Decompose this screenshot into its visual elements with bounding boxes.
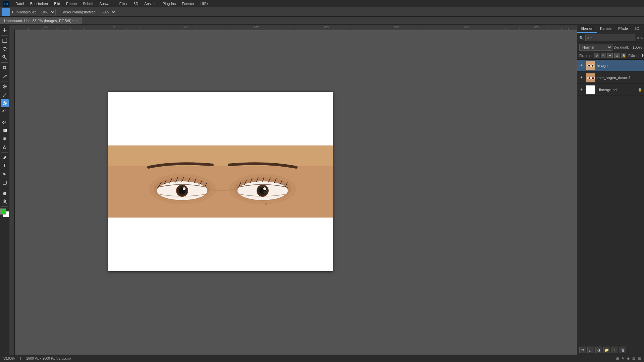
color-swatches[interactable] <box>0 208 9 217</box>
status-icon4: ⊡ <box>632 357 635 360</box>
lock-move-btn[interactable]: ✛ <box>607 53 613 58</box>
tab-pfade[interactable]: Pfade <box>615 25 631 33</box>
layers-icon-btn2[interactable]: ✎ <box>640 36 643 40</box>
add-group-btn[interactable]: 📁 <box>603 347 610 353</box>
eyedropper-tool[interactable] <box>1 72 9 80</box>
layer-visibility-hintergrund[interactable]: 👁 <box>579 87 584 92</box>
lock-all-btn[interactable]: 🔒 <box>621 53 626 58</box>
zoom-tool[interactable] <box>1 197 9 205</box>
delete-layer-btn[interactable]: 🗑 <box>620 347 626 353</box>
dodge-tool[interactable] <box>1 143 9 151</box>
svg-point-92 <box>225 152 226 153</box>
history-brush-tool[interactable] <box>1 108 9 116</box>
menu-hilfe[interactable]: Hilfe <box>198 1 210 6</box>
blur-tool[interactable] <box>1 135 9 143</box>
add-layer-btn[interactable]: + <box>611 347 618 353</box>
add-fx-btn[interactable]: fx <box>579 347 586 353</box>
opacity-value[interactable]: 100% <box>630 45 642 49</box>
pen-tool[interactable] <box>1 154 9 162</box>
document-dimensions: 2600 Px × 2000 Px (72 ppcm) <box>26 357 71 360</box>
move-tool[interactable] <box>1 26 9 34</box>
hand-tool[interactable] <box>1 189 9 197</box>
layer-item-images[interactable]: 👁 images <box>577 60 644 72</box>
layers-bottom-toolbar: fx ⬚ ◑ 📁 + 🗑 <box>577 345 644 355</box>
layer-item-rote-augen[interactable]: 👁 rote_augen_davor-1 <box>577 72 644 84</box>
blend-mode-select[interactable]: Normal Multiplizieren Bildschirm Überlag… <box>579 44 612 51</box>
menu-auswahl[interactable]: Auswahl <box>97 1 116 6</box>
status-separator1: | <box>20 357 21 360</box>
menu-fenster[interactable]: Fenster <box>179 1 197 6</box>
add-mask-btn[interactable]: ⬚ <box>587 347 594 353</box>
clone-stamp-tool[interactable] <box>1 99 9 107</box>
lock-paint-btn[interactable]: ✎ <box>601 53 606 58</box>
left-toolbar: T <box>0 25 9 355</box>
layers-icon-btn1[interactable]: ⊕ <box>636 36 639 40</box>
lock-row: Fixieren: ⊘ ✎ ✛ ⊡ 🔒 Fläche: 100% <box>577 52 644 60</box>
add-adjustment-btn[interactable]: ◑ <box>595 347 602 353</box>
crop-tool[interactable] <box>1 64 9 72</box>
svg-point-5 <box>3 55 5 57</box>
layers-search-input[interactable] <box>585 35 635 41</box>
options-bar: Pupillengröße: 10% 20% 30% Verdunklungsb… <box>0 7 644 17</box>
menu-bar: Ps Datei Bearbeiten Bild Ebene Schrift A… <box>0 0 644 7</box>
canvas-eyes-image <box>108 145 333 218</box>
layer-lock-hintergrund: 🔒 <box>638 88 642 92</box>
menu-ebene[interactable]: Ebene <box>63 1 79 6</box>
svg-point-3 <box>5 11 7 13</box>
tab-close-button[interactable]: × <box>76 19 78 22</box>
svg-text:1500: 1500 <box>324 25 329 28</box>
opacity-label: Deckkraft: <box>614 46 629 49</box>
lock-artboard-btn[interactable]: ⊡ <box>614 53 620 58</box>
tab-3d[interactable]: 3D <box>631 25 643 33</box>
svg-text:0: 0 <box>113 25 115 28</box>
layer-thumb-images <box>586 61 595 70</box>
canvas-bottom-white <box>108 218 333 271</box>
text-tool[interactable]: T <box>1 162 9 170</box>
document-tab[interactable]: Unbenannt-1 bei 33,9% (images, RGB/8) * … <box>0 17 82 24</box>
menu-3d[interactable]: 3D <box>131 1 141 6</box>
menu-plugins[interactable]: Plug-ins <box>160 1 178 6</box>
pupil-size-select[interactable]: 10% 20% 30% <box>38 9 56 15</box>
tab-ebenen[interactable]: Ebenen <box>577 25 597 33</box>
path-select-tool[interactable] <box>1 170 9 178</box>
tab-kanaele[interactable]: Kanäle <box>597 25 615 33</box>
layer-visibility-rote[interactable]: 👁 <box>579 75 584 80</box>
select-rect-tool[interactable] <box>1 37 9 45</box>
status-icon5: ▤ <box>638 357 641 360</box>
pupil-label: Pupillengröße: <box>12 10 36 14</box>
menu-schrift[interactable]: Schrift <box>80 1 96 6</box>
canvas-area[interactable]: -500050010001500200025003000 <box>9 25 577 355</box>
svg-point-93 <box>235 157 236 158</box>
svg-rect-14 <box>3 129 7 132</box>
layer-name-images: images <box>597 64 642 68</box>
menu-bearbeiten[interactable]: Bearbeiten <box>28 1 51 6</box>
right-panel: Ebenen Kanäle Pfade 3D 🔍 ⊕ ✎ T ⊞ ≡ Norma… <box>577 25 644 355</box>
lasso-tool[interactable] <box>1 45 9 53</box>
svg-text:2500: 2500 <box>464 25 469 28</box>
svg-point-108 <box>589 77 590 79</box>
svg-point-12 <box>4 103 5 104</box>
svg-point-89 <box>263 187 266 190</box>
quick-select-tool[interactable] <box>1 53 9 61</box>
dark-amount-select[interactable]: 50% 25% 75% <box>99 9 116 15</box>
layer-item-hintergrund[interactable]: 👁 Hintergrund 🔒 <box>577 84 644 96</box>
menu-datei[interactable]: Datei <box>13 1 27 6</box>
shape-tool[interactable] <box>1 179 9 187</box>
gradient-tool[interactable] <box>1 126 9 134</box>
menu-bild[interactable]: Bild <box>51 1 63 6</box>
toolbar-sep1 <box>1 35 8 36</box>
fill-value[interactable]: 100% <box>641 54 644 58</box>
svg-point-10 <box>3 96 4 97</box>
menu-ansicht[interactable]: Ansicht <box>142 1 159 6</box>
dark-label: Verdunklungsbetrag: <box>63 10 97 14</box>
lock-transparent-btn[interactable]: ⊘ <box>594 53 599 58</box>
foreground-color[interactable] <box>0 208 6 215</box>
eraser-tool[interactable] <box>1 118 9 126</box>
svg-line-6 <box>4 57 7 60</box>
menu-filter[interactable]: Filter <box>117 1 130 6</box>
brush-tool[interactable] <box>1 91 9 99</box>
heal-brush-tool[interactable] <box>1 82 9 90</box>
tab-bar: Unbenannt-1 bei 33,9% (images, RGB/8) * … <box>0 17 644 25</box>
layer-visibility-images[interactable]: 👁 <box>579 63 584 68</box>
fill-label: Fläche: <box>628 54 639 58</box>
